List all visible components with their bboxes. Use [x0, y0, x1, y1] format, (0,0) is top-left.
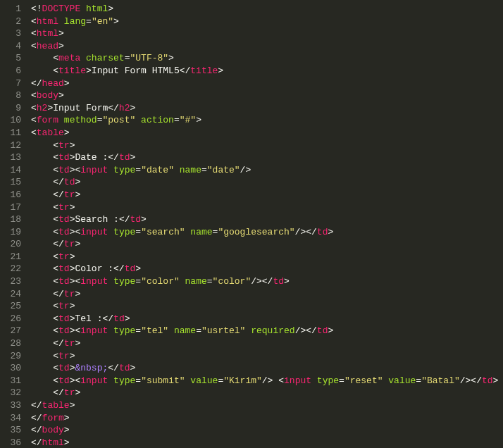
code-editor-area[interactable]: <!DOCTYPE html><html lang="en"><html><he… [28, 0, 503, 448]
tag-name: html [37, 16, 58, 27]
code-line[interactable]: </tr> [31, 288, 503, 301]
tag-name: tr [58, 251, 70, 262]
line-number: 24 [0, 288, 21, 301]
tag-name: td [125, 263, 136, 274]
attribute-name: type [113, 227, 135, 237]
bracket: > [86, 66, 92, 76]
bracket: </ [31, 437, 42, 448]
bracket: > [64, 425, 70, 435]
bracket: > [328, 227, 333, 237]
tag-name: td [482, 375, 493, 386]
bracket: < [53, 251, 58, 262]
tag-name: body [37, 90, 58, 101]
code-text: Tel : [75, 313, 102, 324]
code-line[interactable]: </form> [31, 412, 503, 425]
code-line[interactable]: <h2>Input Form</h2> [31, 102, 503, 115]
line-number: 25 [0, 300, 21, 313]
code-line[interactable]: </head> [31, 77, 503, 90]
bracket: </ [108, 363, 119, 373]
attribute-name: required [251, 325, 294, 336]
whitespace [135, 115, 141, 125]
tag-name: title [58, 66, 86, 76]
code-line[interactable]: <tr> [31, 251, 503, 263]
line-number: 14 [0, 164, 21, 177]
line-number: 27 [0, 325, 21, 337]
bracket: = [174, 115, 180, 125]
code-line[interactable]: <!DOCTYPE html> [31, 3, 503, 15]
tag-name: input [80, 227, 108, 237]
code-line[interactable]: </tr> [31, 337, 503, 350]
attribute-name: type [113, 325, 135, 336]
code-line[interactable]: <body> [31, 89, 503, 102]
tag-name: td [130, 214, 141, 225]
code-text: Color : [75, 263, 113, 274]
bracket: > [130, 363, 135, 373]
bracket: < [53, 53, 58, 63]
bracket: > [75, 177, 80, 187]
code-line[interactable]: <tr> [31, 300, 503, 313]
attribute-name: name [185, 276, 207, 287]
bracket: > [493, 375, 499, 386]
code-line[interactable]: </tr> [31, 238, 503, 251]
whitespace [311, 375, 317, 386]
code-line[interactable]: <td>Search :</td> [31, 213, 503, 226]
tag-name: td [58, 276, 70, 287]
code-line[interactable]: <td>Date :</td> [31, 151, 503, 164]
code-line[interactable]: <html lang="en"> [31, 15, 503, 28]
bracket: > [130, 152, 135, 163]
line-number: 16 [0, 189, 21, 201]
bracket: </ [180, 66, 191, 76]
whitespace [31, 177, 53, 187]
line-number: 33 [0, 399, 21, 412]
code-line[interactable]: </td> [31, 176, 503, 189]
code-line[interactable]: </table> [31, 399, 503, 412]
tag-name: DOCTYPE [42, 4, 81, 14]
line-number: 34 [0, 412, 21, 425]
code-line[interactable]: <title>Input Form HTML5</title> [31, 65, 503, 77]
tag-name: tr [64, 387, 75, 398]
code-line[interactable]: <table> [31, 127, 503, 139]
code-line[interactable]: <td>Color :</td> [31, 263, 503, 275]
code-line[interactable]: </tr> [31, 189, 503, 201]
code-line[interactable]: <tr> [31, 139, 503, 152]
code-line[interactable]: <td><input type="tel" name="usrtel" requ… [31, 325, 503, 337]
bracket: < [31, 127, 37, 138]
code-line[interactable]: <head> [31, 40, 503, 53]
line-number: 11 [0, 127, 21, 139]
code-line[interactable]: <td>&nbsp;</td> [31, 362, 503, 375]
code-line[interactable]: <td>Tel :</td> [31, 313, 503, 325]
whitespace [80, 4, 86, 14]
line-number: 7 [0, 77, 21, 90]
code-line[interactable]: <td><input type="submit" value="Kirim"/>… [31, 375, 503, 387]
code-line[interactable]: <tr> [31, 350, 503, 363]
code-line[interactable]: <html> [31, 27, 503, 40]
code-line[interactable]: </tr> [31, 387, 503, 399]
bracket: </ [53, 239, 64, 249]
bracket: > [108, 4, 113, 14]
line-number: 5 [0, 52, 21, 65]
code-line[interactable]: </html> [31, 437, 503, 448]
code-line[interactable]: <td><input type="date" name="date"/> [31, 164, 503, 177]
attribute-name: value [190, 375, 218, 386]
line-number: 31 [0, 375, 21, 387]
line-number: 1 [0, 3, 21, 15]
bracket: < [53, 227, 58, 237]
line-number: 13 [0, 151, 21, 164]
tag-name: table [42, 400, 70, 411]
code-line[interactable]: <form method="post" action="#"> [31, 114, 503, 127]
code-line[interactable]: <td><input type="search" name="googlesea… [31, 226, 503, 239]
attribute-value: "color" [213, 276, 252, 287]
line-number: 19 [0, 226, 21, 239]
code-line[interactable]: <tr> [31, 201, 503, 214]
bracket: </ [108, 103, 119, 113]
attribute-name: type [113, 375, 135, 386]
bracket: /></ [295, 325, 317, 336]
bracket: = [135, 375, 141, 386]
attribute-name: name [180, 165, 201, 175]
tag-name: tr [58, 301, 70, 311]
bracket: /></ [251, 276, 273, 287]
code-line[interactable]: </body> [31, 424, 503, 437]
code-line[interactable]: <meta charset="UTF-8"> [31, 52, 503, 65]
code-line[interactable]: <td><input type="color" name="color"/></… [31, 275, 503, 288]
tag-name: td [58, 313, 70, 324]
